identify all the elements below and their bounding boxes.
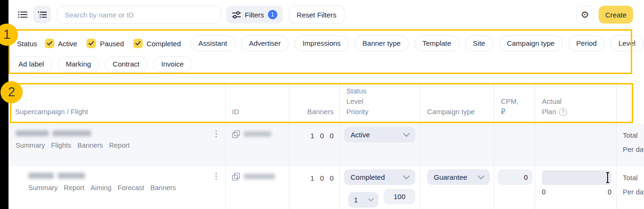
status-filter-label: Status: [17, 40, 37, 48]
status-dropdown[interactable]: Completed: [344, 169, 415, 185]
status-option-label: Completed: [146, 40, 181, 48]
cpm-cell: [494, 124, 535, 166]
table-row: Summary Report Aiming Forecast Banners 1…: [9, 166, 644, 209]
filter-chip-impressions[interactable]: Impressions: [294, 35, 349, 51]
header-campaign-type: Campaign type: [421, 80, 494, 124]
redacted-id: [244, 131, 271, 137]
chevron-down-icon: [403, 176, 410, 179]
create-button[interactable]: Create: [599, 6, 633, 24]
screen-left-edge: [0, 0, 9, 209]
filter-row-1: Status Active Paused Completed Assistant…: [10, 34, 633, 53]
filters-button-label: Filters: [245, 11, 264, 19]
plan-range-labels: 0 0: [542, 188, 611, 196]
banners-cell: 1 0 0: [289, 166, 340, 209]
filter-chip-marking[interactable]: Marking: [58, 56, 99, 72]
filter-chip-assistant[interactable]: Assistant: [190, 35, 235, 51]
id-cell: [226, 124, 289, 166]
filter-chip-ad-label[interactable]: Ad label: [10, 56, 52, 72]
per-day-label: Per day: [623, 188, 644, 196]
filter-chip-level[interactable]: Level: [610, 35, 644, 51]
sliders-icon: [232, 11, 241, 19]
link-summary[interactable]: Summary: [28, 184, 58, 192]
chevron-down-icon: [403, 133, 410, 137]
status-cell: Completed 1 100: [340, 166, 421, 209]
filter-chip-template[interactable]: Template: [414, 35, 459, 51]
redacted-flight-name[interactable]: [28, 173, 225, 179]
link-banners[interactable]: Banners: [150, 184, 176, 192]
filters-count-badge: 1: [268, 10, 277, 19]
link-forecast[interactable]: Forecast: [118, 184, 144, 192]
header-cpm: CPM, ₽: [494, 80, 535, 124]
link-flights[interactable]: Flights: [51, 142, 71, 149]
copy-icon[interactable]: [232, 173, 240, 181]
link-aiming[interactable]: Aiming: [91, 184, 112, 192]
total-label: Total: [623, 174, 644, 182]
status-dropdown[interactable]: Active: [344, 127, 415, 142]
filter-chip-site[interactable]: Site: [465, 35, 493, 51]
chevron-down-icon: [478, 176, 484, 179]
link-banners[interactable]: Banners: [77, 142, 103, 149]
header-banners: Banners: [289, 80, 340, 124]
status-checkbox-completed[interactable]: Completed: [133, 39, 181, 48]
flight-quick-links: Summary Report Aiming Forecast Banners: [28, 184, 225, 192]
filter-chip-banner-type[interactable]: Banner type: [354, 35, 409, 51]
filter-chip-contract[interactable]: Contract: [105, 56, 148, 72]
campaign-type-cell: Guarantee: [421, 166, 494, 209]
header-totals-column: [617, 80, 644, 124]
filter-chip-campaign-type[interactable]: Campaign type: [499, 35, 563, 51]
filter-chip-advertiser[interactable]: Advertiser: [241, 35, 289, 51]
filter-panel: Status Active Paused Completed Assistant…: [9, 29, 633, 75]
filter-chip-invoice[interactable]: Invoice: [153, 56, 192, 72]
status-checkbox-paused[interactable]: Paused: [86, 39, 124, 48]
actual-plan-cell: [535, 124, 617, 166]
text-cursor: [607, 172, 608, 183]
plan-help-icon[interactable]: ?: [559, 108, 567, 116]
campaigns-table: Supercampaign / Flight ID Banners Status…: [9, 80, 644, 209]
reset-filters-button[interactable]: Reset Filters: [289, 6, 344, 24]
totals-cell: Total Per day: [617, 166, 644, 209]
gear-icon: ⚙: [581, 9, 589, 20]
totals-cell: Total Per day: [617, 124, 644, 166]
checkbox-checked-icon: [86, 39, 96, 48]
tree-list-icon: [37, 11, 47, 18]
copy-icon[interactable]: [232, 130, 240, 138]
settings-button[interactable]: ⚙: [576, 6, 594, 24]
checkbox-checked-icon: [133, 39, 143, 48]
redacted-campaign-name[interactable]: [16, 130, 225, 136]
status-option-label: Active: [58, 40, 77, 48]
plan-range-min: 0: [542, 188, 546, 196]
cpm-input[interactable]: 0: [498, 169, 532, 185]
chevron-down-icon: [368, 198, 374, 201]
campaign-type-dropdown[interactable]: Guarantee: [427, 169, 490, 185]
total-label: Total: [623, 131, 644, 139]
toolbar: Filters 1 Reset Filters ⚙ Create: [9, 0, 644, 29]
header-status-level-priority: Status Level Priority: [340, 80, 421, 124]
search-input[interactable]: [57, 6, 221, 24]
list-view-icon[interactable]: [18, 10, 28, 19]
priority-input[interactable]: 100: [384, 189, 415, 204]
actual-plan-cell: 0 0: [535, 166, 617, 209]
row-menu-icon[interactable]: [215, 130, 217, 137]
per-day-label: Per day: [623, 145, 644, 153]
reset-filters-label: Reset Filters: [297, 11, 336, 19]
header-supercampaign-flight: Supercampaign / Flight: [9, 80, 226, 124]
plan-range-max: 0: [608, 188, 611, 196]
link-report[interactable]: Report: [64, 184, 85, 192]
checkbox-checked-icon: [45, 39, 54, 48]
campaign-name-cell: Summary Flights Banners Report: [9, 124, 226, 166]
level-dropdown[interactable]: 1: [348, 192, 378, 208]
create-button-label: Create: [605, 11, 627, 19]
filter-chip-period[interactable]: Period: [568, 35, 605, 51]
status-cell: Active: [340, 124, 421, 166]
id-cell: [226, 166, 289, 209]
tree-view-toggle-button[interactable]: [33, 6, 51, 24]
cpm-cell: 0: [494, 166, 535, 209]
filters-button[interactable]: Filters 1: [226, 6, 283, 24]
link-summary[interactable]: Summary: [16, 142, 45, 149]
status-checkbox-active[interactable]: Active: [45, 39, 77, 48]
plan-input[interactable]: [542, 170, 611, 185]
header-id: ID: [226, 80, 289, 124]
link-report[interactable]: Report: [109, 142, 130, 149]
row-menu-icon[interactable]: [215, 173, 217, 180]
filter-row-2: Ad label Marking Contract Invoice: [10, 55, 633, 74]
